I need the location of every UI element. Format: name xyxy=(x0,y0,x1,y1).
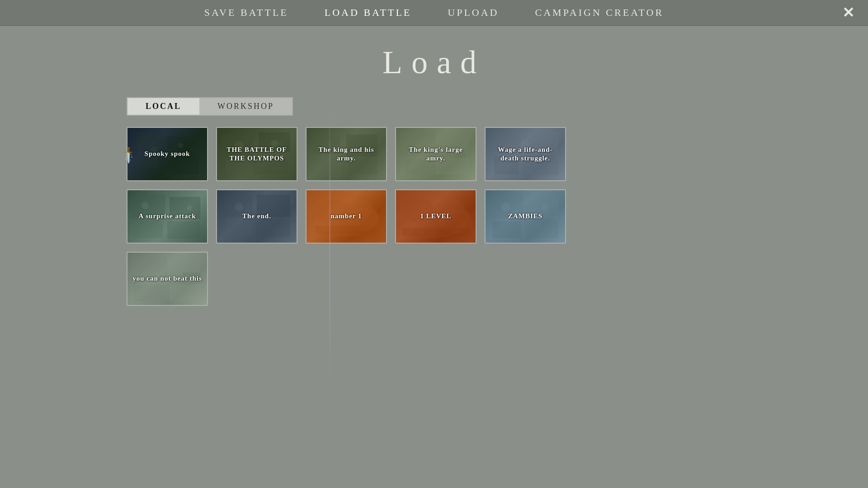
tab-local[interactable]: Local xyxy=(127,98,199,115)
card-label-king-large: The king's large amry. xyxy=(396,128,476,180)
card-label-1-level: 1 LEVEL xyxy=(396,190,476,243)
card-label-battle-olympos: THE BATTLE OF THE OLYMPOS xyxy=(217,128,297,180)
battle-grid: Spooky spook THE BATTLE OF THE OLYMPOS xyxy=(127,127,741,306)
card-label-surprise-attack: A surprise attack xyxy=(127,190,207,243)
battle-card-battle-olympos[interactable]: THE BATTLE OF THE OLYMPOS xyxy=(216,127,297,181)
nav-items: Save Battle Load Battle Upload Campaign … xyxy=(204,7,664,19)
save-battle-nav[interactable]: Save Battle xyxy=(204,7,288,19)
upload-nav[interactable]: Upload xyxy=(448,7,499,19)
tab-workshop[interactable]: Workshop xyxy=(199,98,292,115)
main-content: Load Local Workshop Spooky spook xyxy=(0,26,868,324)
card-label-zambies: ZAMBIES xyxy=(486,190,565,243)
nav-bar: Save Battle Load Battle Upload Campaign … xyxy=(0,0,868,26)
tab-bar: Local Workshop xyxy=(127,97,293,116)
card-label-spooky-spook: Spooky spook xyxy=(127,128,207,180)
card-label-wage-struggle: Wage a life-and-death struggle. xyxy=(486,128,565,180)
card-label-the-end: The end. xyxy=(217,190,297,243)
page-title: Load xyxy=(127,44,741,81)
load-battle-nav[interactable]: Load Battle xyxy=(325,7,411,19)
campaign-creator-nav[interactable]: Campaign Creator xyxy=(535,7,664,19)
battle-card-the-end[interactable]: The end. xyxy=(216,189,297,244)
card-label-namber-1: namber 1 xyxy=(307,190,386,243)
close-button[interactable]: ✕ xyxy=(842,5,854,20)
battle-card-king-army[interactable]: The king and his army. xyxy=(306,127,387,181)
battle-card-1-level[interactable]: 1 LEVEL xyxy=(395,189,476,244)
battle-card-zambies[interactable]: ZAMBIES xyxy=(485,189,566,244)
battle-card-spooky-spook[interactable]: Spooky spook xyxy=(127,127,208,181)
battle-card-surprise-attack[interactable]: A surprise attack xyxy=(127,189,208,244)
battle-card-you-can-not[interactable]: you can not beat this xyxy=(127,252,208,306)
battle-card-wage-struggle[interactable]: Wage a life-and-death struggle. xyxy=(485,127,566,181)
card-label-king-army: The king and his army. xyxy=(307,128,386,180)
battle-card-namber-1[interactable]: namber 1 xyxy=(306,189,387,244)
battle-card-king-large[interactable]: The king's large amry. xyxy=(395,127,476,181)
card-label-you-can-not: you can not beat this xyxy=(127,253,207,305)
